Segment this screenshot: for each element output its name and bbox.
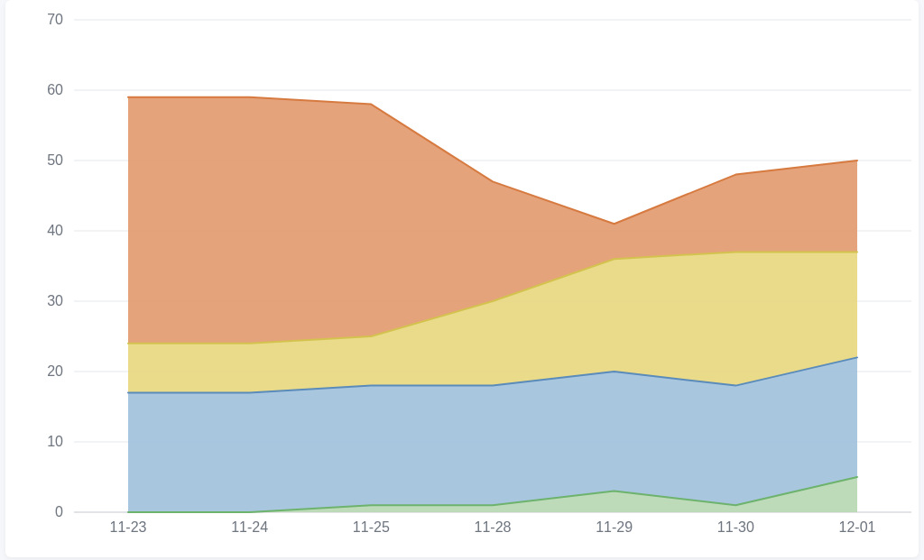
x-tick-label: 11-28 bbox=[475, 519, 512, 535]
x-tick-label: 12-01 bbox=[839, 519, 876, 535]
y-tick-label: 0 bbox=[55, 504, 63, 519]
area-chart: 01020304050607011-2311-2411-2511-2811-29… bbox=[20, 7, 913, 548]
x-tick-label: 11-24 bbox=[231, 519, 268, 535]
x-ticks: 11-2311-2411-2511-2811-2911-3012-01 bbox=[110, 519, 876, 535]
x-tick-label: 11-23 bbox=[110, 519, 147, 535]
x-tick-label: 11-29 bbox=[596, 519, 633, 535]
y-tick-label: 10 bbox=[47, 434, 63, 449]
x-tick-label: 11-25 bbox=[353, 519, 390, 535]
y-ticks: 010203040506070 bbox=[47, 12, 63, 519]
y-tick-label: 30 bbox=[47, 293, 63, 308]
y-tick-label: 70 bbox=[47, 12, 63, 27]
y-tick-label: 40 bbox=[47, 223, 63, 238]
chart-card: 01020304050607011-2311-2411-2511-2811-29… bbox=[5, 0, 919, 557]
y-tick-label: 60 bbox=[47, 82, 63, 97]
y-tick-label: 50 bbox=[47, 152, 63, 168]
y-tick-label: 20 bbox=[47, 363, 63, 379]
x-tick-label: 11-30 bbox=[717, 519, 754, 535]
chart-svg: 01020304050607011-2311-2411-2511-2811-29… bbox=[20, 7, 913, 548]
stacked-areas bbox=[128, 97, 857, 512]
